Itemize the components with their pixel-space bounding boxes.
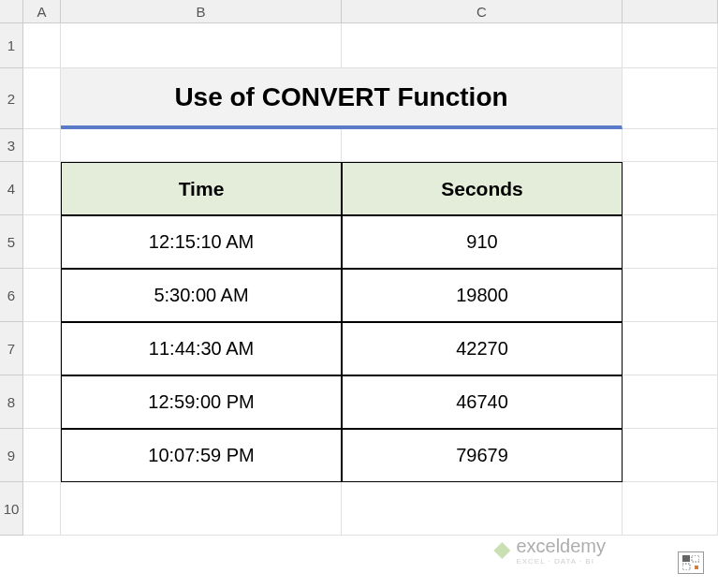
cell-blank-3[interactable]: [623, 129, 718, 162]
cell-blank-6[interactable]: [623, 269, 718, 322]
merged-title[interactable]: Use of CONVERT Function: [61, 68, 623, 129]
row-header-10[interactable]: 10: [0, 482, 23, 536]
row-header-5[interactable]: 5: [0, 215, 23, 269]
cell-a9[interactable]: [23, 429, 61, 482]
column-header-b[interactable]: B: [61, 0, 342, 23]
watermark-tagline: EXCEL · DATA · BI: [516, 557, 606, 566]
watermark-brand: exceldemy: [516, 536, 606, 556]
cell-c10[interactable]: [342, 482, 623, 536]
cell-blank-10[interactable]: [623, 482, 718, 536]
cell-b1[interactable]: [61, 23, 342, 68]
row-header-9[interactable]: 9: [0, 429, 23, 482]
cell-seconds-2[interactable]: 19800: [342, 269, 623, 322]
cell-blank-4[interactable]: [623, 162, 718, 215]
cell-blank-7[interactable]: [623, 322, 718, 375]
row-header-8[interactable]: 8: [0, 375, 23, 429]
row-header-1[interactable]: 1: [0, 23, 23, 68]
svg-rect-3: [695, 566, 698, 569]
logo-icon: [493, 542, 510, 559]
cell-a1[interactable]: [23, 23, 61, 68]
cell-a10[interactable]: [23, 482, 61, 536]
cell-time-2[interactable]: 5:30:00 AM: [61, 269, 342, 322]
cell-a3[interactable]: [23, 129, 61, 162]
cell-a2[interactable]: [23, 68, 61, 129]
cell-a6[interactable]: [23, 269, 61, 322]
cell-a7[interactable]: [23, 322, 61, 375]
row-header-3[interactable]: 3: [0, 129, 23, 162]
cell-seconds-1[interactable]: 910: [342, 215, 623, 269]
header-time[interactable]: Time: [61, 162, 342, 215]
cell-time-3[interactable]: 11:44:30 AM: [61, 322, 342, 375]
row-header-2[interactable]: 2: [0, 68, 23, 129]
select-all-corner[interactable]: [0, 0, 23, 23]
cell-c3[interactable]: [342, 129, 623, 162]
cell-blank-2[interactable]: [623, 68, 718, 129]
cell-b10[interactable]: [61, 482, 342, 536]
cell-blank-8[interactable]: [623, 375, 718, 429]
cell-time-4[interactable]: 12:59:00 PM: [61, 375, 342, 429]
column-header-a[interactable]: A: [23, 0, 61, 23]
cell-blank-9[interactable]: [623, 429, 718, 482]
quick-analysis-button[interactable]: [678, 551, 704, 574]
cell-a5[interactable]: [23, 215, 61, 269]
quick-analysis-icon: [682, 555, 699, 570]
row-header-7[interactable]: 7: [0, 322, 23, 375]
column-header-c[interactable]: C: [342, 0, 623, 23]
cell-a8[interactable]: [23, 375, 61, 429]
svg-rect-0: [682, 555, 690, 562]
row-header-4[interactable]: 4: [0, 162, 23, 215]
cell-time-5[interactable]: 10:07:59 PM: [61, 429, 342, 482]
row-header-6[interactable]: 6: [0, 269, 23, 322]
column-header-blank[interactable]: [623, 0, 718, 23]
cell-b3[interactable]: [61, 129, 342, 162]
cell-seconds-5[interactable]: 79679: [342, 429, 623, 482]
cell-a4[interactable]: [23, 162, 61, 215]
svg-rect-1: [692, 555, 699, 562]
cell-blank-1[interactable]: [623, 23, 718, 68]
cell-c1[interactable]: [342, 23, 623, 68]
watermark: exceldemy EXCEL · DATA · BI: [493, 536, 606, 566]
cell-seconds-3[interactable]: 42270: [342, 322, 623, 375]
svg-rect-2: [682, 564, 690, 570]
header-seconds[interactable]: Seconds: [342, 162, 623, 215]
cell-seconds-4[interactable]: 46740: [342, 375, 623, 429]
spreadsheet-grid: A B C 1 2 Use of CONVERT Function 3 4 Ti…: [0, 0, 718, 536]
cell-time-1[interactable]: 12:15:10 AM: [61, 215, 342, 269]
cell-blank-5[interactable]: [623, 215, 718, 269]
